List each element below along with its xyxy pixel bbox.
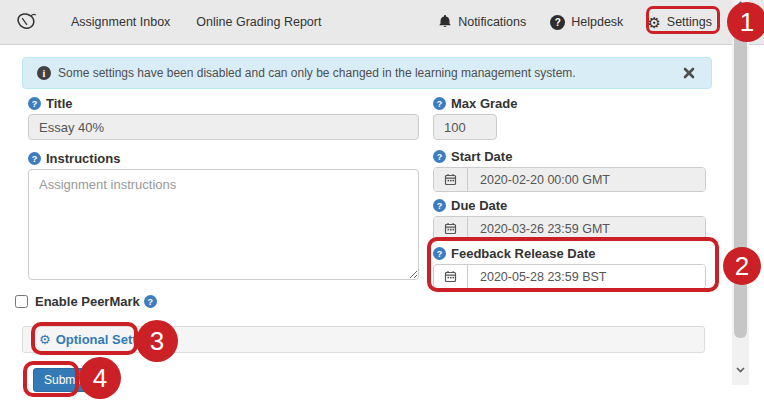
feedback-release-date-group — [433, 264, 706, 289]
scroll-down-icon[interactable] — [732, 367, 749, 373]
feedback-release-date-label: ? Feedback Release Date — [433, 246, 706, 261]
help-icon[interactable]: ? — [144, 295, 157, 308]
helpdesk-label: Helpdesk — [571, 15, 623, 29]
calendar-icon[interactable] — [434, 265, 468, 288]
settings-button[interactable]: ⚙ Settings — [647, 15, 712, 30]
help-icon[interactable]: ? — [433, 97, 446, 110]
top-nav-bar: Assignment Inbox Online Grading Report N… — [0, 0, 764, 45]
instructions-label-text: Instructions — [46, 151, 120, 166]
helpdesk-button[interactable]: ? Helpdesk — [550, 15, 623, 30]
alert-close-icon[interactable] — [681, 65, 697, 81]
turnitin-logo-icon — [14, 10, 39, 35]
calendar-icon — [434, 217, 468, 240]
notifications-label: Notifications — [458, 15, 526, 29]
nav-right-group: Notifications ? Helpdesk ⚙ Settings — [438, 14, 712, 31]
due-date-group — [433, 216, 706, 241]
question-circle-icon: ? — [550, 15, 565, 30]
start-date-label-text: Start Date — [451, 149, 512, 164]
submit-button[interactable]: Submit — [33, 368, 92, 392]
optional-settings-link[interactable]: ⚙ Optional Settings — [39, 332, 163, 347]
nav-online-grading-report[interactable]: Online Grading Report — [196, 15, 321, 29]
start-date-label: ? Start Date — [433, 149, 706, 164]
start-date-field[interactable] — [468, 168, 705, 191]
gear-icon: ⚙ — [647, 15, 660, 30]
help-icon[interactable]: ? — [433, 247, 446, 260]
instructions-field[interactable] — [28, 169, 419, 280]
enable-peermark-row: Enable PeerMark ? — [15, 294, 157, 309]
calendar-icon — [434, 168, 468, 191]
help-icon[interactable]: ? — [28, 152, 41, 165]
title-label: ? Title — [28, 96, 419, 111]
help-icon[interactable]: ? — [433, 199, 446, 212]
feedback-release-date-block: ? Feedback Release Date — [433, 246, 706, 289]
title-label-text: Title — [46, 96, 73, 111]
max-grade-block: ? Max Grade — [433, 96, 706, 140]
start-date-block: ? Start Date — [433, 149, 706, 192]
help-icon[interactable]: ? — [28, 97, 41, 110]
enable-peermark-checkbox[interactable] — [15, 295, 28, 308]
optional-settings-label: Optional Settings — [56, 332, 164, 347]
vertical-scrollbar[interactable] — [732, 0, 749, 385]
gear-icon: ⚙ — [39, 333, 51, 346]
optional-settings-panel: ⚙ Optional Settings — [22, 326, 705, 353]
settings-label: Settings — [667, 15, 712, 29]
info-icon: i — [37, 66, 51, 80]
due-date-field[interactable] — [468, 217, 705, 240]
bell-icon — [438, 14, 452, 31]
max-grade-label-text: Max Grade — [451, 96, 517, 111]
notifications-button[interactable]: Notifications — [438, 14, 526, 31]
lms-settings-alert: i Some settings have been disabled and c… — [22, 57, 712, 89]
title-field[interactable] — [28, 114, 419, 140]
start-date-group — [433, 167, 706, 192]
form-left-column: ? Title ? Instructions — [28, 96, 419, 284]
due-date-block: ? Due Date — [433, 198, 706, 241]
instructions-label: ? Instructions — [28, 151, 419, 166]
max-grade-field[interactable] — [433, 114, 497, 140]
nav-assignment-inbox[interactable]: Assignment Inbox — [71, 15, 170, 29]
max-grade-label: ? Max Grade — [433, 96, 706, 111]
enable-peermark-label: Enable PeerMark — [35, 294, 140, 309]
feedback-release-date-label-text: Feedback Release Date — [451, 246, 596, 261]
due-date-label-text: Due Date — [451, 198, 507, 213]
scroll-up-icon[interactable] — [732, 1, 749, 7]
nav-left-group: Assignment Inbox Online Grading Report — [14, 10, 321, 35]
turnitin-assignment-settings-screen: Assignment Inbox Online Grading Report N… — [0, 0, 764, 400]
feedback-release-date-field[interactable] — [468, 265, 705, 288]
help-icon[interactable]: ? — [433, 150, 446, 163]
due-date-label: ? Due Date — [433, 198, 706, 213]
scrollbar-thumb[interactable] — [734, 14, 747, 338]
alert-message: Some settings have been disabled and can… — [58, 66, 681, 80]
